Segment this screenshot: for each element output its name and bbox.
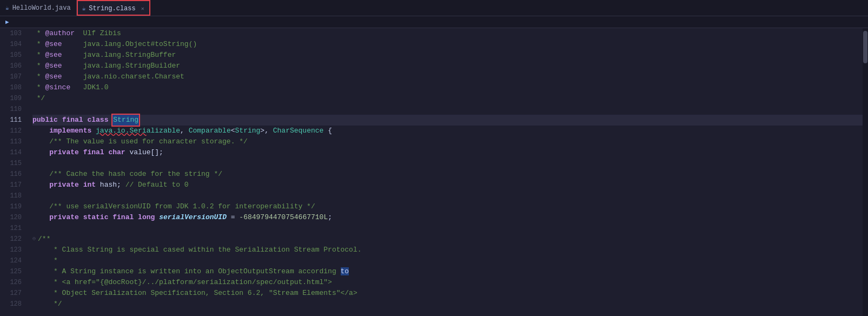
line-num-112: 112 [0,126,22,136]
line-num-119: 119 [0,201,22,212]
code-line-127: * Object Serialization Specification, Se… [32,288,863,299]
line-num-121: 121 [0,223,22,234]
code-line-124: * [32,255,863,266]
code-line-112: implements java.io.Serializable, Compara… [32,126,863,136]
tab-helloworld-label: HelloWorld.java [12,4,71,12]
line-num-110: 110 [0,104,22,115]
line-num-120: 120 [0,212,22,223]
line-num-105: 105 [0,50,22,61]
line-num-107: 107 [0,71,22,82]
code-line-115 [32,158,863,169]
line-num-103: 103 [0,28,22,39]
tab-bar: ☕ HelloWorld.java ☕ String.class ✕ [0,0,868,16]
code-line-108: * @since JDK1.0 [32,82,863,93]
line-num-128: 128 [0,299,22,310]
line-num-125: 125 [0,266,22,277]
code-line-113: /** The value is used for character stor… [32,136,863,147]
code-area: 103 104 105 106 107 108 109 110 111 112 … [0,28,868,316]
code-line-123: * Class String is special cased within t… [32,245,863,255]
line-num-111: 111 [0,115,22,126]
line-num-104: 104 [0,39,22,50]
line-num-122: 122 [0,234,22,245]
breadcrumb-bar: ▶ [0,16,868,28]
code-line-126: * <a href="{@docRoot}/../platform/serial… [32,277,863,288]
line-num-123: 123 [0,245,22,255]
code-line-121 [32,223,863,234]
code-line-103: * @author Ulf Zibis [32,28,863,39]
scrollbar-thumb[interactable] [863,31,867,63]
line-num-118: 118 [0,190,22,201]
tab-stringclass-label: String.class [89,5,135,12]
line-num-114: 114 [0,147,22,158]
code-line-122: ⊖/** [32,234,863,245]
tab-helloworld[interactable]: ☕ HelloWorld.java [0,0,77,16]
code-line-107: * @see java.nio.charset.Charset [32,71,863,82]
line-num-117: 117 [0,180,22,190]
code-line-109: */ [32,93,863,104]
code-line-116: /** Cache the hash code for the string *… [32,169,863,180]
code-line-105: * @see java.lang.StringBuffer [32,50,863,61]
code-content[interactable]: * @author Ulf Zibis * @see java.lang.Obj… [28,28,863,316]
tab-stringclass[interactable]: ☕ String.class ✕ [77,0,150,16]
code-line-118 [32,190,863,201]
string-class-selected: String [112,115,139,126]
line-num-115: 115 [0,158,22,169]
line-num-124: 124 [0,255,22,266]
editor-container: ☕ HelloWorld.java ☕ String.class ✕ ▶ 103… [0,0,868,316]
line-num-109: 109 [0,93,22,104]
java-icon-2: ☕ [82,5,86,12]
fold-icon[interactable]: ⊖ [32,234,36,245]
code-line-106: * @see java.lang.StringBuilder [32,61,863,71]
code-line-111: public final class String [32,115,863,126]
code-line-120: private static final long serialVersionU… [32,212,863,223]
code-line-117: private int hash; // Default to 0 [32,180,863,190]
line-num-126: 126 [0,277,22,288]
code-line-125: * A String instance is written into an O… [32,266,863,277]
tab-close-button[interactable]: ✕ [141,5,144,12]
code-line-110 [32,104,863,115]
line-num-113: 113 [0,136,22,147]
line-num-108: 108 [0,82,22,93]
breadcrumb-arrow: ▶ [5,18,9,25]
line-num-116: 116 [0,169,22,180]
code-line-119: /** use serialVersionUID from JDK 1.0.2 … [32,201,863,212]
code-line-114: private final char value[]; [32,147,863,158]
code-line-128: */ [32,299,863,310]
line-num-127: 127 [0,288,22,299]
java-icon: ☕ [5,4,9,11]
code-line-104: * @see java.lang.Object#toString() [32,39,863,50]
line-numbers: 103 104 105 106 107 108 109 110 111 112 … [0,28,28,316]
scrollbar[interactable] [863,28,868,316]
line-num-106: 106 [0,61,22,71]
